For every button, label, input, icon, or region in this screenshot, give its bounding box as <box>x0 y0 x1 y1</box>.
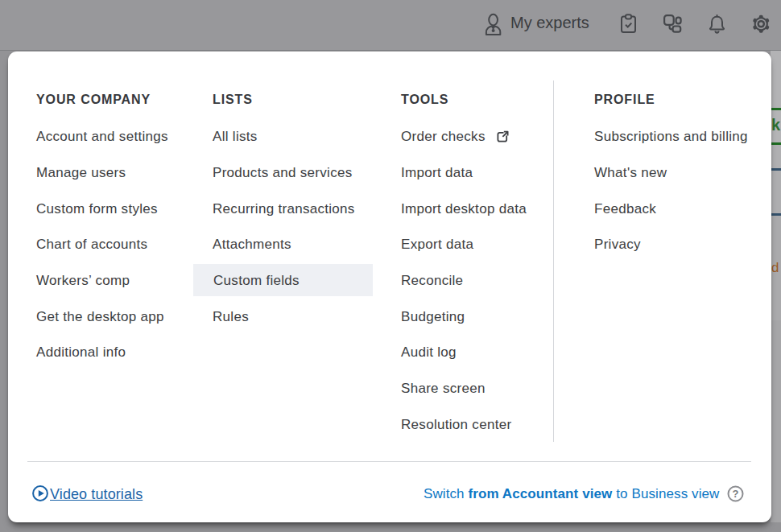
svg-text:?: ? <box>733 488 739 500</box>
